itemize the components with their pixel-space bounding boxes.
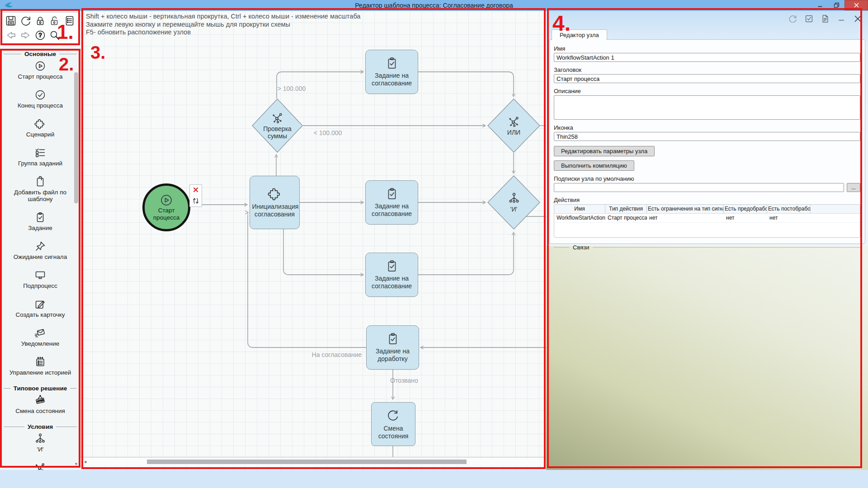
sidebar-item-label: Сценарий [26, 131, 54, 138]
clipboard-check-icon [34, 211, 46, 223]
description-field[interactable] [554, 95, 860, 120]
title-field[interactable] [554, 74, 860, 83]
column-header[interactable]: Есть ограничения на тип сигнала [647, 205, 724, 213]
window-title: Редактор шаблона процесса: Согласование … [0, 0, 868, 11]
workflow-edges [80, 11, 546, 470]
check-circle-icon [34, 89, 46, 101]
sidebar-item-end-process[interactable]: Конец процесса [2, 89, 79, 109]
name-field[interactable] [554, 53, 860, 62]
minimize-icon[interactable] [812, 0, 828, 10]
edge-label-resubmit: На согласование [312, 351, 362, 358]
scrollbar-thumb[interactable] [74, 72, 78, 203]
field-label-subscriptions: Подписки узла по умолчанию [554, 175, 860, 182]
node-palette: Основные Старт процесса Конец процесса С… [0, 45, 80, 471]
diagram-canvas[interactable]: Shift + колесо мыши - вертикальная прокр… [80, 11, 546, 470]
sidebar-item-label: Создать карточку [15, 311, 65, 318]
browse-subscriptions-button[interactable]: ... [847, 183, 860, 192]
node-rework-task[interactable]: Задание на доработку [366, 325, 419, 370]
close-icon[interactable] [844, 0, 868, 10]
palette-section-typical: Типовое решение [4, 385, 77, 392]
node-init-approval[interactable]: Инициализация согласования [250, 176, 300, 229]
cell-postprocessing: нет [767, 214, 811, 222]
node-and-condition[interactable]: 'И' [487, 175, 540, 230]
sync-icon[interactable] [788, 14, 797, 23]
column-header[interactable]: Есть постобработка [767, 205, 811, 213]
actions-table-header: Имя Тип действия Есть ограничения на тип… [554, 205, 860, 214]
sidebar-item-start-process[interactable]: Старт процесса [2, 60, 79, 80]
save-icon[interactable] [5, 15, 17, 27]
cell-name: WorkflowStartAction [554, 214, 605, 222]
open-sign-icon [34, 394, 46, 406]
node-label: ИЛИ [507, 129, 520, 136]
section-title: Типовое решение [14, 385, 67, 392]
sidebar-scrollbar[interactable] [74, 50, 78, 458]
icon-field[interactable] [554, 132, 860, 141]
node-label: Задание на согласование [369, 275, 415, 290]
lock-open-icon[interactable] [48, 15, 60, 27]
sidebar-item-add-file[interactable]: Добавить файл по шаблону [2, 176, 79, 202]
scrollbar-left-icon[interactable]: ◄ [83, 460, 87, 465]
links-group: Связи [554, 244, 860, 251]
close-icon[interactable] [853, 14, 863, 23]
delete-node-icon[interactable] [193, 187, 199, 193]
column-header[interactable]: Тип действия [605, 205, 647, 213]
scrollbar-down-icon[interactable]: ▼ [73, 461, 79, 467]
column-header[interactable]: Имя [554, 205, 605, 213]
clipboard-check-icon [385, 187, 399, 201]
field-label-description: Описание [554, 88, 860, 94]
or-scatter-icon [34, 462, 46, 471]
node-approval-task-top[interactable]: Задание на согласование [365, 50, 418, 94]
node-state-change[interactable]: Смена состояния [371, 402, 415, 446]
table-row[interactable]: WorkflowStartAction Старт процесса нет н… [554, 214, 860, 222]
sidebar-item-state-change[interactable]: Смена состояния [2, 394, 79, 414]
clipboard-check-icon [386, 332, 400, 346]
cell-preprocessing: нет [724, 214, 767, 222]
sidebar-item-script[interactable]: Сценарий [2, 118, 79, 138]
sidebar-item-notification[interactable]: Уведомление [2, 327, 79, 347]
sidebar-item-label: Старт процесса [18, 73, 63, 80]
clipboard-check-icon [385, 56, 399, 70]
sidebar-item-task[interactable]: Задание [2, 211, 79, 231]
puzzle-icon [268, 187, 282, 201]
scrollbar-thumb[interactable] [147, 460, 467, 464]
sync-icon[interactable] [20, 15, 32, 27]
node-start-process[interactable]: Старт процесса [142, 183, 190, 231]
search-icon[interactable] [49, 29, 61, 41]
column-header[interactable]: Есть предобработка [724, 205, 767, 213]
compile-button[interactable]: Выполнить компиляцию [554, 160, 634, 171]
back-arrow-icon[interactable] [5, 29, 17, 41]
forward-arrow-icon[interactable] [20, 29, 32, 41]
node-label: Задание на согласование [369, 202, 415, 218]
node-approval-task-bottom[interactable]: Задание на согласование [365, 253, 418, 297]
sidebar-item-task-group[interactable]: Группа заданий [2, 147, 79, 167]
sidebar-item-and[interactable]: 'И' [2, 433, 79, 453]
node-check-sum[interactable]: Проверка суммы [252, 99, 303, 153]
panel-wallpaper [546, 246, 868, 488]
log-icon[interactable] [821, 14, 830, 23]
node-label: Инициализация согласования [252, 203, 297, 218]
field-label-name: Имя [554, 45, 860, 52]
sidebar-item-history[interactable]: Управление историей [2, 356, 79, 376]
swap-links-icon[interactable] [192, 197, 199, 205]
journal-icon[interactable] [64, 15, 75, 27]
or-scatter-icon [508, 115, 520, 128]
canvas-horizontal-scrollbar[interactable]: ◄ [80, 458, 546, 465]
restore-icon[interactable] [828, 0, 844, 10]
validate-icon[interactable] [804, 14, 814, 23]
edit-node-params-button[interactable]: Редактировать параметры узла [554, 146, 655, 156]
left-column: Основные Старт процесса Конец процесса С… [0, 11, 80, 470]
sidebar-item-create-card[interactable]: Создать карточку [2, 298, 79, 318]
help-icon[interactable] [34, 29, 46, 41]
node-mini-toolbar [189, 184, 202, 207]
sidebar-item-or[interactable] [2, 462, 79, 471]
palette-section-main: Основные [4, 51, 77, 57]
lock-closed-icon[interactable] [34, 15, 46, 27]
node-label: 'И' [510, 206, 517, 213]
subscriptions-field[interactable] [554, 183, 844, 192]
minimize-icon[interactable] [837, 14, 846, 23]
node-approval-task-mid[interactable]: Задание на согласование [365, 180, 418, 225]
sidebar-item-subprocess[interactable]: Подпроцесс [2, 269, 79, 289]
tab-node-editor[interactable]: Редактор узла [552, 29, 607, 40]
node-or-condition[interactable]: ИЛИ [487, 99, 540, 153]
sidebar-item-wait-signal[interactable]: Ожидание сигнала [2, 240, 79, 260]
